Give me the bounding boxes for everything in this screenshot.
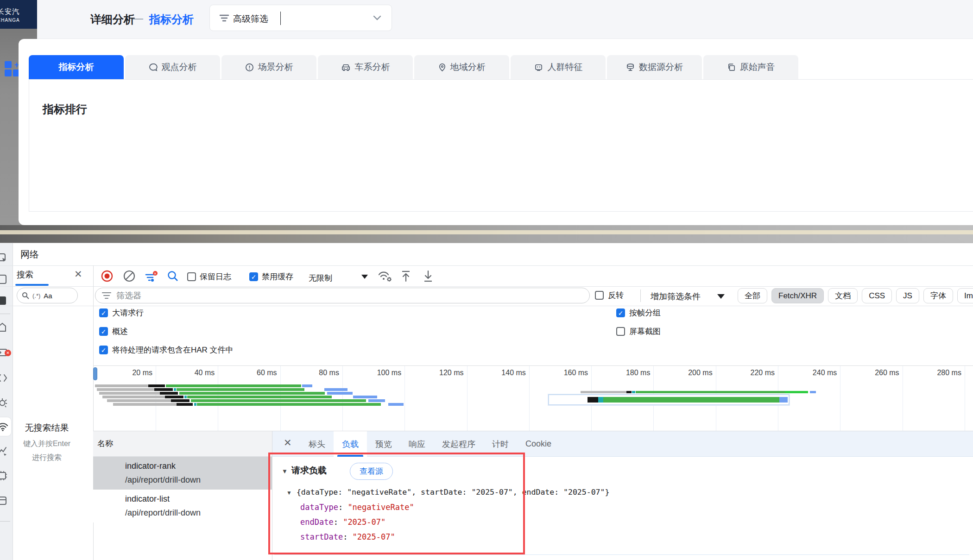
request-row-indicator-list[interactable]: indicator-list/api/report/drill-down [93, 490, 272, 522]
case-toggle[interactable]: Aa [44, 292, 52, 300]
waterfall-bar-segment[interactable] [636, 391, 785, 393]
waterfall-bar-segment[interactable] [353, 396, 377, 398]
ruler-tick-label: 240 ms [813, 369, 840, 377]
waterfall-bar-segment[interactable] [154, 388, 173, 391]
waterfall-bar-segment[interactable] [302, 384, 312, 387]
request-table-header[interactable]: 名称 [93, 431, 272, 457]
waterfall-bar-segment[interactable] [598, 397, 603, 403]
chip-Fetch/XHR[interactable]: Fetch/XHR [771, 288, 824, 303]
waterfall-bar-segment[interactable] [113, 403, 177, 406]
waterfall-bar-segment[interactable] [327, 392, 353, 395]
waterfall-bar-segment[interactable] [102, 396, 165, 398]
iconstrip-divider [0, 314, 10, 314]
waterfall-bar-segment[interactable] [165, 396, 183, 398]
waterfall-bar-segment[interactable] [95, 384, 148, 387]
chip-文档[interactable]: 文档 [828, 288, 858, 303]
waterfall-bar-segment[interactable] [632, 391, 635, 393]
advanced-filter-dropdown[interactable]: 高级筛选 [209, 5, 392, 31]
more-filters-button[interactable]: 增加筛选条件 [651, 291, 701, 302]
chip-CSS[interactable]: CSS [862, 288, 892, 303]
waterfall-bar-segment[interactable] [177, 403, 193, 406]
performance-panel-icon[interactable] [0, 446, 7, 456]
waterfall-bar-segment[interactable] [581, 391, 626, 393]
elements-panel-icon[interactable] [0, 322, 7, 333]
search-input[interactable]: (.*) Aa [17, 288, 78, 303]
tab-指标分析[interactable]: 指标分析 [29, 55, 124, 79]
big-request-rows-checkbox[interactable]: ✓大请求行 [99, 308, 144, 318]
chip-字体[interactable]: 字体 [923, 288, 953, 303]
device-dark-icon[interactable] [0, 296, 7, 306]
overview-drag-handle[interactable] [93, 367, 97, 380]
waterfall-bar-segment[interactable] [148, 384, 165, 387]
waterfall-bar-segment[interactable] [603, 397, 779, 403]
breadcrumb-current[interactable]: 指标分析 [149, 12, 194, 27]
tab-原始声音[interactable]: 原始声音 [703, 55, 798, 79]
waterfall-bar-segment[interactable] [810, 391, 816, 393]
search-pane-tab[interactable]: 搜索 [17, 269, 33, 280]
tab-场景分析[interactable]: 场景分析 [221, 55, 316, 79]
tab-数据源分析[interactable]: 数据源分析 [607, 55, 702, 79]
disable-cache-checkbox[interactable]: ✓禁用缓存 [249, 271, 293, 282]
waterfall-bar-segment[interactable] [97, 388, 154, 391]
waterfall-bar-segment[interactable] [177, 388, 304, 391]
waterfall-bar-segment[interactable] [166, 384, 301, 387]
device-toolbar-icon[interactable] [0, 274, 7, 284]
waterfall-bar-segment[interactable] [179, 392, 325, 395]
export-har-icon[interactable] [423, 270, 434, 283]
waterfall-bar-segment[interactable] [197, 403, 381, 406]
throttling-select[interactable]: 无限制 [309, 273, 332, 283]
waterfall-bar-segment[interactable] [626, 391, 632, 393]
tab-车系分析[interactable]: 车系分析 [318, 55, 413, 79]
waterfall-bar-segment[interactable] [368, 399, 385, 402]
waterfall-bar-segment[interactable] [99, 392, 160, 395]
throttling-caret-icon[interactable] [361, 275, 368, 279]
regex-toggle[interactable]: (.*) [32, 292, 40, 299]
chip-JS[interactable]: JS [896, 288, 919, 303]
memory-panel-icon[interactable] [0, 471, 7, 481]
waterfall-bar-segment[interactable] [187, 396, 332, 398]
application-panel-icon[interactable] [0, 496, 7, 506]
tab-地域分析[interactable]: 地域分析 [414, 55, 509, 79]
waterfall-bar-segment[interactable] [194, 403, 196, 406]
waterfall-bar-segment[interactable] [324, 388, 348, 391]
waterfall-bar-segment[interactable] [171, 399, 190, 402]
tab-观点分析[interactable]: 观点分析 [125, 55, 220, 79]
network-conditions-icon[interactable] [377, 269, 392, 283]
group-by-frame-checkbox[interactable]: ✓按帧分组 [616, 308, 661, 318]
tab-人群特征[interactable]: 人群特征 [511, 55, 606, 79]
filter-input[interactable]: 筛选器 [95, 288, 590, 303]
waterfall-bar-segment[interactable] [388, 403, 404, 406]
preserve-log-checkbox[interactable]: 保留日志 [187, 271, 231, 282]
overview-checkbox[interactable]: ✓概述 [99, 326, 128, 337]
waterfall-bar-segment[interactable] [174, 388, 176, 391]
bug-icon[interactable] [0, 397, 7, 408]
network-panel-icon[interactable] [0, 421, 7, 431]
indicator-panel: 指标排行 [29, 79, 973, 212]
screenshots-checkbox[interactable]: 屏幕截图 [616, 326, 661, 337]
chip-全部[interactable]: 全部 [738, 288, 767, 303]
import-har-icon[interactable] [400, 270, 411, 283]
network-search-icon[interactable] [167, 270, 179, 282]
network-overview-ruler[interactable]: 20 ms40 ms60 ms80 ms100 ms120 ms140 ms16… [93, 365, 973, 431]
record-button[interactable] [101, 270, 113, 282]
chip-Img[interactable]: Img [957, 288, 973, 303]
waterfall-bar-segment[interactable] [588, 397, 598, 403]
waterfall-bar-segment[interactable] [191, 399, 366, 402]
sources-panel-icon[interactable] [0, 373, 7, 383]
more-filters-caret-icon[interactable] [717, 294, 725, 299]
invert-filter-checkbox[interactable]: 反转 [595, 290, 624, 301]
waterfall-bar-segment[interactable] [160, 392, 178, 395]
request-row-indicator-rank[interactable]: indicator-rank/api/report/drill-down [93, 457, 272, 490]
waterfall-bar-segment[interactable] [184, 396, 187, 398]
close-detail-icon[interactable]: ✕ [284, 437, 292, 448]
network-panel-title: 网络 [20, 248, 39, 261]
waterfall-bar-segment[interactable] [107, 399, 171, 402]
har-pending-checkbox[interactable]: ✓将待处理的请求包含在HAR 文件中 [99, 345, 234, 355]
waterfall-bar-segment[interactable] [785, 391, 808, 393]
waterfall-bar-segment[interactable] [779, 397, 788, 403]
name-column-header[interactable]: 名称 [97, 438, 113, 449]
network-filter-toggle-icon[interactable]: ✕ [145, 270, 158, 283]
clear-network-log-button[interactable] [123, 270, 135, 282]
inspect-icon[interactable] [0, 253, 7, 263]
close-search-icon[interactable]: ✕ [74, 269, 82, 280]
